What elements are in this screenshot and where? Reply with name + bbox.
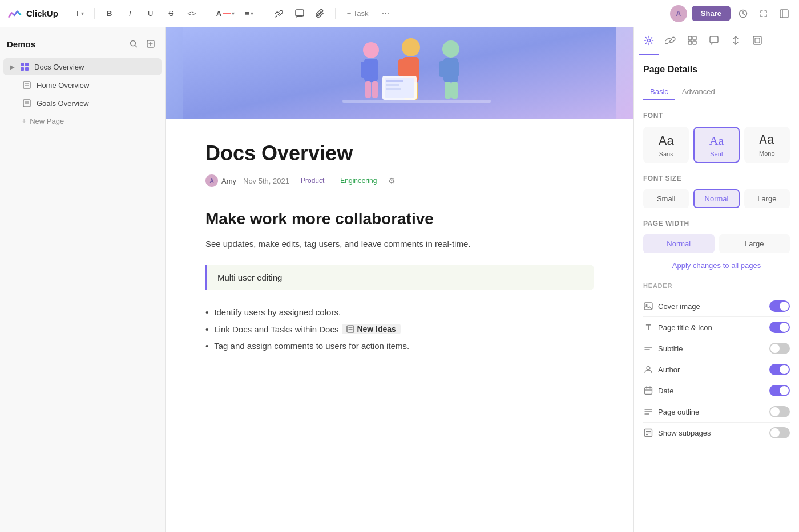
font-option-mono[interactable]: Aa Mono <box>744 127 790 163</box>
link-button[interactable] <box>271 6 287 22</box>
svg-rect-35 <box>445 82 451 99</box>
font-options: Aa Sans Aa Serif Aa Mono <box>643 127 790 163</box>
panel-tab-advanced[interactable]: Advanced <box>675 84 722 100</box>
subtitle-toggle[interactable] <box>769 343 790 354</box>
svg-rect-23 <box>365 81 371 98</box>
grid-tab-icon <box>687 35 697 46</box>
tag-engineering[interactable]: Engineering <box>336 176 381 186</box>
sidebar-toggle-button[interactable] <box>776 6 792 22</box>
svg-rect-36 <box>451 82 458 99</box>
color-swatch <box>223 13 231 14</box>
sidebar-toggle-icon <box>780 9 789 18</box>
color-picker-button[interactable]: A ▾ <box>214 6 237 22</box>
apply-changes-link[interactable]: Apply changes to all pages <box>643 258 790 273</box>
svg-rect-60 <box>645 388 652 395</box>
svg-rect-43 <box>347 326 354 332</box>
app-name: ClickUp <box>26 9 58 18</box>
cover-image-label: Cover image <box>658 302 700 311</box>
panel-tab-comment[interactable] <box>704 27 724 55</box>
user-avatar[interactable]: A <box>670 5 687 22</box>
font-size-small[interactable]: Small <box>643 189 689 208</box>
panel-tab-link[interactable] <box>660 27 681 55</box>
search-button[interactable] <box>126 36 141 51</box>
date-toggle[interactable] <box>769 385 790 396</box>
svg-point-56 <box>646 304 648 306</box>
show-subpages-icon <box>643 428 653 438</box>
code-button[interactable]: <> <box>184 6 200 22</box>
toolbar-divider-2 <box>207 8 207 19</box>
new-page-label: New Page <box>30 117 64 125</box>
doc-paragraph: See updates, make edits, tag users, and … <box>205 237 594 251</box>
font-preview-mono: Aa <box>760 133 774 148</box>
share-button[interactable]: Share <box>692 6 731 21</box>
font-size-large[interactable]: Large <box>744 189 790 208</box>
svg-rect-53 <box>753 36 761 44</box>
svg-rect-22 <box>371 62 378 78</box>
bullet-3: Tag and assign comments to users for act… <box>214 341 409 351</box>
text-style-dropdown[interactable]: T ▾ <box>72 6 87 22</box>
add-task-label: + Task <box>347 9 369 18</box>
inline-doc-ref[interactable]: New Ideas <box>342 324 400 334</box>
color-label: A <box>216 9 221 18</box>
header-row-author-left: Author <box>643 364 680 375</box>
expand-arrow: ▶ <box>10 64 15 70</box>
sidebar-item-goals-overview[interactable]: Goals Overview <box>3 95 162 112</box>
cover-image-icon <box>643 301 653 311</box>
font-option-sans[interactable]: Aa Sans <box>643 127 689 163</box>
comment-button[interactable] <box>292 6 308 22</box>
svg-point-59 <box>647 367 650 370</box>
comment-tab-icon <box>709 35 719 46</box>
font-size-options: Small Normal Large <box>643 189 790 208</box>
more-button[interactable]: ··· <box>378 6 394 22</box>
page-width-normal[interactable]: Normal <box>643 234 715 253</box>
show-subpages-toggle[interactable] <box>769 427 790 438</box>
expand-button[interactable] <box>756 6 772 22</box>
attach-button[interactable] <box>312 6 328 22</box>
cover-illustration <box>166 27 633 119</box>
svg-rect-10 <box>21 67 24 71</box>
sidebar-item-docs-overview[interactable]: ▶ Docs Overview <box>3 58 162 75</box>
sidebar-item-home-overview[interactable]: Home Overview <box>3 76 162 94</box>
font-size-normal[interactable]: Normal <box>693 189 739 208</box>
header-row-subtitle-left: Subtitle <box>643 343 683 354</box>
toolbar-divider-3 <box>264 8 264 19</box>
bold-button[interactable]: B <box>102 6 118 22</box>
history-button[interactable] <box>735 6 751 22</box>
panel-tab-basic[interactable]: Basic <box>643 84 675 100</box>
author-toggle[interactable] <box>769 364 790 375</box>
header-row-page-outline-left: Page outline <box>643 407 699 417</box>
underline-button[interactable]: U <box>143 6 159 22</box>
link-tab-icon <box>665 35 676 46</box>
cover-image-toggle[interactable] <box>769 300 790 312</box>
strikethrough-button[interactable]: S <box>163 6 179 22</box>
subtitle-label: Subtitle <box>658 344 683 353</box>
panel-tab-grid[interactable] <box>682 27 703 55</box>
list-item-3: Tag and assign comments to users for act… <box>205 338 594 354</box>
settings-doc-icon[interactable]: ⚙ <box>388 176 396 185</box>
toolbar-divider-1 <box>94 8 95 19</box>
add-doc-button[interactable] <box>143 36 158 51</box>
panel-tab-settings[interactable] <box>639 27 659 55</box>
italic-button[interactable]: I <box>122 6 138 22</box>
tag-product[interactable]: Product <box>296 176 329 186</box>
font-preview-sans: Aa <box>659 133 674 148</box>
page-title-toggle[interactable] <box>769 322 790 333</box>
app-logo[interactable]: ClickUp <box>7 6 58 22</box>
doc-icon-goals <box>22 98 32 108</box>
font-option-serif[interactable]: Aa Serif <box>693 127 739 163</box>
comment-icon <box>295 9 304 18</box>
right-panel-content: Page Details Basic Advanced Font Aa Sans… <box>634 55 799 452</box>
header-row-show-subpages: Show subpages <box>643 423 790 443</box>
page-outline-toggle[interactable] <box>769 406 790 417</box>
align-dropdown[interactable]: ≡ ▾ <box>241 6 257 22</box>
sidebar-item-home-overview-label: Home Overview <box>37 81 89 90</box>
doc-meta: A Amy Nov 5th, 2021 Product Engineering … <box>205 174 594 187</box>
panel-tab-layout[interactable] <box>747 27 768 55</box>
svg-rect-37 <box>342 100 491 103</box>
history-icon <box>739 9 748 18</box>
new-page-button[interactable]: + New Page <box>3 113 162 129</box>
page-width-large[interactable]: Large <box>719 234 790 253</box>
add-task-button[interactable]: + Task <box>342 6 373 22</box>
svg-point-4 <box>131 41 136 46</box>
panel-tab-sort[interactable] <box>725 27 746 55</box>
